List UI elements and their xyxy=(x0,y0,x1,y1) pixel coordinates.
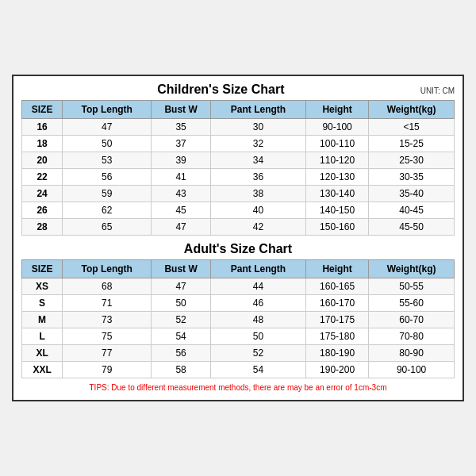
data-cell: 170-175 xyxy=(305,312,368,328)
chart-container: Children's Size Chart UNIT: CM SIZE Top … xyxy=(12,75,464,401)
data-cell: 150-160 xyxy=(305,219,368,236)
section-gap xyxy=(21,236,455,242)
adult-tbody: XS684744160-16550-55S715046160-17055-60M… xyxy=(22,278,455,378)
table-row: 26624540140-15040-45 xyxy=(22,202,455,219)
table-row: 20533934110-12025-30 xyxy=(22,152,455,169)
data-cell: 35-40 xyxy=(369,186,455,202)
data-cell: 41 xyxy=(152,169,211,186)
data-cell: 175-180 xyxy=(305,328,368,345)
adult-col-height: Height xyxy=(305,260,368,278)
adult-table: SIZE Top Length Bust W Pant Length Heigh… xyxy=(21,259,455,378)
size-cell: M xyxy=(22,312,63,328)
size-cell: 22 xyxy=(22,169,63,186)
table-row: S715046160-17055-60 xyxy=(22,295,455,312)
children-title: Children's Size Chart xyxy=(21,83,420,97)
data-cell: 42 xyxy=(211,219,306,236)
size-cell: S xyxy=(22,295,63,312)
data-cell: 54 xyxy=(211,362,306,378)
table-row: 28654742150-16045-50 xyxy=(22,219,455,236)
children-col-weight: Weight(kg) xyxy=(369,101,455,119)
adult-title-row: Adult's Size Chart xyxy=(21,242,455,256)
data-cell: 79 xyxy=(63,362,152,378)
data-cell: 52 xyxy=(152,312,211,328)
data-cell: 30-35 xyxy=(369,169,455,186)
children-col-top-length: Top Length xyxy=(63,101,152,119)
children-title-row: Children's Size Chart UNIT: CM xyxy=(21,83,455,97)
data-cell: 90-100 xyxy=(305,119,368,136)
data-cell: 47 xyxy=(63,119,152,136)
data-cell: 34 xyxy=(211,152,306,169)
adult-col-size: SIZE xyxy=(22,260,63,278)
children-header-row: SIZE Top Length Bust W Pant Length Heigh… xyxy=(22,101,455,119)
data-cell: 54 xyxy=(152,328,211,345)
children-col-pant: Pant Length xyxy=(211,101,306,119)
data-cell: 58 xyxy=(152,362,211,378)
table-row: L755450175-18070-80 xyxy=(22,328,455,345)
data-cell: 52 xyxy=(211,345,306,362)
children-col-size: SIZE xyxy=(22,101,63,119)
data-cell: 47 xyxy=(152,219,211,236)
data-cell: 48 xyxy=(211,312,306,328)
data-cell: 25-30 xyxy=(369,152,455,169)
data-cell: 38 xyxy=(211,186,306,202)
data-cell: 71 xyxy=(63,295,152,312)
children-thead: SIZE Top Length Bust W Pant Length Heigh… xyxy=(22,101,455,119)
data-cell: 68 xyxy=(63,278,152,295)
data-cell: <15 xyxy=(369,119,455,136)
children-col-height: Height xyxy=(305,101,368,119)
data-cell: 43 xyxy=(152,186,211,202)
data-cell: 50 xyxy=(63,136,152,152)
data-cell: 45 xyxy=(152,202,211,219)
data-cell: 56 xyxy=(63,169,152,186)
table-row: 24594338130-14035-40 xyxy=(22,186,455,202)
data-cell: 190-200 xyxy=(305,362,368,378)
adult-header-row: SIZE Top Length Bust W Pant Length Heigh… xyxy=(22,260,455,278)
data-cell: 50-55 xyxy=(369,278,455,295)
data-cell: 110-120 xyxy=(305,152,368,169)
children-tbody: 1647353090-100<1518503732100-11015-25205… xyxy=(22,119,455,236)
data-cell: 100-110 xyxy=(305,136,368,152)
unit-label: UNIT: CM xyxy=(420,86,455,95)
adult-col-weight: Weight(kg) xyxy=(369,260,455,278)
data-cell: 56 xyxy=(152,345,211,362)
data-cell: 35 xyxy=(152,119,211,136)
data-cell: 120-130 xyxy=(305,169,368,186)
data-cell: 40 xyxy=(211,202,306,219)
data-cell: 65 xyxy=(63,219,152,236)
adult-col-pant: Pant Length xyxy=(211,260,306,278)
size-cell: L xyxy=(22,328,63,345)
table-row: XL775652180-19080-90 xyxy=(22,345,455,362)
table-row: 1647353090-100<15 xyxy=(22,119,455,136)
size-cell: 28 xyxy=(22,219,63,236)
table-row: XS684744160-16550-55 xyxy=(22,278,455,295)
table-row: 18503732100-11015-25 xyxy=(22,136,455,152)
data-cell: 39 xyxy=(152,152,211,169)
data-cell: 180-190 xyxy=(305,345,368,362)
adult-col-bust: Bust W xyxy=(152,260,211,278)
data-cell: 62 xyxy=(63,202,152,219)
data-cell: 32 xyxy=(211,136,306,152)
data-cell: 130-140 xyxy=(305,186,368,202)
data-cell: 160-170 xyxy=(305,295,368,312)
data-cell: 75 xyxy=(63,328,152,345)
adult-title: Adult's Size Chart xyxy=(21,242,455,256)
size-cell: 16 xyxy=(22,119,63,136)
data-cell: 73 xyxy=(63,312,152,328)
data-cell: 59 xyxy=(63,186,152,202)
size-cell: 18 xyxy=(22,136,63,152)
data-cell: 30 xyxy=(211,119,306,136)
data-cell: 60-70 xyxy=(369,312,455,328)
data-cell: 80-90 xyxy=(369,345,455,362)
data-cell: 37 xyxy=(152,136,211,152)
data-cell: 160-165 xyxy=(305,278,368,295)
data-cell: 47 xyxy=(152,278,211,295)
data-cell: 44 xyxy=(211,278,306,295)
table-row: 22564136120-13030-35 xyxy=(22,169,455,186)
children-table: SIZE Top Length Bust W Pant Length Heigh… xyxy=(21,100,455,236)
data-cell: 46 xyxy=(211,295,306,312)
data-cell: 140-150 xyxy=(305,202,368,219)
table-row: M735248170-17560-70 xyxy=(22,312,455,328)
table-row: XXL795854190-20090-100 xyxy=(22,362,455,378)
data-cell: 50 xyxy=(211,328,306,345)
tips-text: TIPS: Due to different measurement metho… xyxy=(21,383,455,392)
